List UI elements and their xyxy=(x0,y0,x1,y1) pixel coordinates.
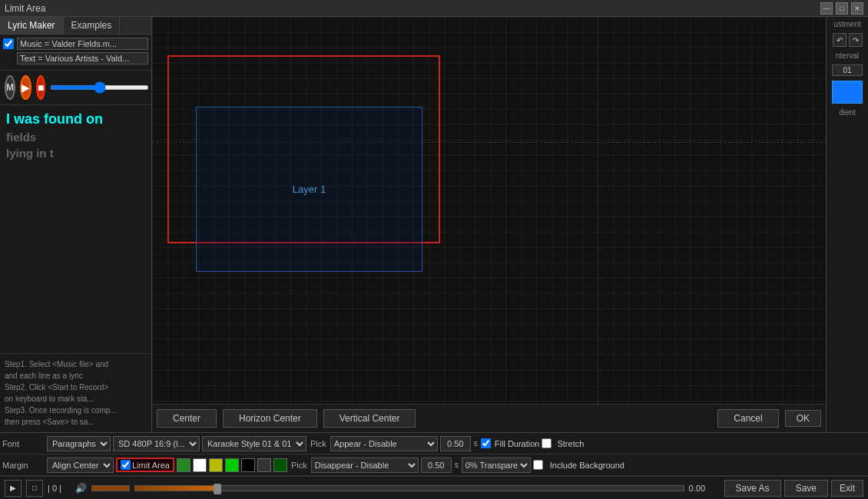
right-panel: ustment ↶ ↷ nterval dient xyxy=(826,17,868,432)
text-input[interactable] xyxy=(17,52,148,64)
center-button[interactable]: Center xyxy=(157,409,217,428)
step3: Step3. Once recording is comp... xyxy=(5,405,147,416)
step1b: and each line as a lyric xyxy=(5,370,147,382)
font-label: Font xyxy=(2,439,45,448)
right-label-interval: nterval xyxy=(836,51,859,60)
interval-input[interactable] xyxy=(832,64,863,76)
limit-area-container: Limit Area xyxy=(116,458,174,472)
right-label-gradient: dient xyxy=(839,108,856,117)
disappear-s-label: s xyxy=(455,461,459,469)
pick-label-1: Pick xyxy=(310,439,326,448)
center-bottom-buttons: Center Horizon Center Vertical Center Ca… xyxy=(152,404,826,432)
layer-label: Layer 1 xyxy=(293,183,326,195)
step3b: then press <Save> to sa... xyxy=(5,416,147,428)
pb-stop-button[interactable]: □ xyxy=(26,480,43,497)
tab-lyric-maker[interactable]: Lyric Maker xyxy=(0,17,64,34)
lyric-line-2: fields xyxy=(6,131,145,144)
lyrics-display: I was found on fields lying in t xyxy=(0,105,151,353)
progress-fill xyxy=(135,486,217,491)
volume-slider[interactable] xyxy=(50,85,149,90)
lyric-line-3: lying in t xyxy=(6,147,145,160)
margin-row: Margin Align Center Limit Area Pick Disa… xyxy=(0,454,868,476)
undo-button[interactable]: ↶ xyxy=(833,33,846,47)
text-field-row xyxy=(3,52,148,64)
limit-area-checkbox[interactable] xyxy=(121,460,131,470)
title-bar: Limit Area — □ ✕ xyxy=(0,0,868,17)
margin-label: Margin xyxy=(2,461,45,470)
m-button[interactable]: M xyxy=(5,75,15,100)
main-layout: Lyric Maker Examples M ▶ ■ xyxy=(0,17,868,432)
title-bar-controls: — □ ✕ xyxy=(820,2,863,15)
music-field-row xyxy=(3,38,148,50)
tab-examples[interactable]: Examples xyxy=(64,17,121,34)
volume-icon[interactable]: 🔊 xyxy=(75,483,87,494)
pb-play-button[interactable]: ▶ xyxy=(5,480,22,497)
redo-button[interactable]: ↷ xyxy=(849,33,863,47)
right-label-adjustment: ustment xyxy=(833,20,861,28)
v-dashed-line xyxy=(598,17,598,404)
app-container: Limit Area — □ ✕ Lyric Maker Examples xyxy=(0,0,868,499)
transparent-select[interactable]: 0% Transpare... xyxy=(462,458,531,473)
blue-bar[interactable] xyxy=(832,81,863,104)
appear-select[interactable]: Appear - Disable xyxy=(330,436,438,451)
pb-counter: | 0 | xyxy=(48,484,71,493)
stretch-label: Stretch xyxy=(557,439,584,448)
steps-area: Step1. Select <Music file> and and each … xyxy=(0,353,151,432)
color-swatch-greenalt[interactable] xyxy=(273,458,287,472)
cancel-button[interactable]: Cancel xyxy=(717,409,778,428)
center-area: Layer 1 Center Horizon Center Vertical C… xyxy=(152,17,826,432)
controls-row: M ▶ ■ xyxy=(0,71,151,105)
step2b: on keyboard to mark sta... xyxy=(5,393,147,405)
save-button[interactable]: Save xyxy=(784,480,828,497)
include-bg-label: Include Background xyxy=(550,461,624,470)
color-swatch-green[interactable] xyxy=(177,458,190,472)
limit-area-label: Limit Area xyxy=(132,461,170,470)
close-button[interactable]: ✕ xyxy=(851,2,863,15)
appear-value[interactable] xyxy=(440,436,471,451)
save-area: Save As Save Exit xyxy=(724,480,863,497)
left-panel: Lyric Maker Examples M ▶ ■ xyxy=(0,17,152,432)
align-select[interactable]: Align Center xyxy=(47,458,114,473)
step1: Step1. Select <Music file> and xyxy=(5,359,147,370)
font-row: Font Paragraphs SD 480P 16:9 (l... Karao… xyxy=(0,433,868,454)
color-swatch-black[interactable] xyxy=(241,458,255,472)
save-as-button[interactable]: Save As xyxy=(724,480,781,497)
exit-button[interactable]: Exit xyxy=(831,480,863,497)
sd-select[interactable]: SD 480P 16:9 (l... xyxy=(113,436,200,451)
minimize-button[interactable]: — xyxy=(820,2,833,15)
bottom-toolbar: Font Paragraphs SD 480P 16:9 (l... Karao… xyxy=(0,432,868,499)
fill-duration-checkbox[interactable] xyxy=(481,438,491,448)
vertical-center-button[interactable]: Vertical Center xyxy=(323,409,416,428)
step2: Step2. Click <Start to Record> xyxy=(5,382,147,393)
disappear-select[interactable]: Disappear - Disable xyxy=(311,458,419,473)
volume-bar[interactable] xyxy=(91,485,130,491)
color-swatch-darkgray[interactable] xyxy=(257,458,271,472)
pick-label-2: Pick xyxy=(291,461,307,470)
stretch-checkbox[interactable] xyxy=(542,438,552,448)
inner-box: Layer 1 xyxy=(196,107,422,272)
music-text-area xyxy=(0,35,151,71)
include-bg-checkbox[interactable] xyxy=(533,460,543,470)
horizon-center-button[interactable]: Horizon Center xyxy=(223,409,317,428)
progress-knob[interactable] xyxy=(214,484,221,494)
playback-bar: ▶ □ | 0 | 🔊 0.00 Save As Save Exit xyxy=(0,476,868,499)
limit-area-box[interactable]: Layer 1 xyxy=(167,55,440,243)
stop-button[interactable]: ■ xyxy=(36,75,45,100)
music-checkbox[interactable] xyxy=(3,38,14,49)
lyric-line-1: I was found on xyxy=(6,111,145,127)
maximize-button[interactable]: □ xyxy=(836,2,848,15)
color-swatch-lime[interactable] xyxy=(225,458,239,472)
music-input[interactable] xyxy=(17,38,148,50)
disappear-value[interactable] xyxy=(421,458,452,473)
color-swatch-white[interactable] xyxy=(193,458,207,472)
fill-duration-label: Fill Duration xyxy=(495,439,540,448)
left-panel-tabs: Lyric Maker Examples xyxy=(0,17,151,35)
progress-bar[interactable] xyxy=(134,485,684,491)
color-swatch-yellow[interactable] xyxy=(209,458,223,472)
play-button[interactable]: ▶ xyxy=(20,75,31,100)
grid-canvas: Layer 1 xyxy=(152,17,826,404)
title-bar-title: Limit Area xyxy=(5,3,820,14)
ok-button[interactable]: OK xyxy=(785,410,821,427)
karaoke-select[interactable]: Karaoke Style 01 & 01 xyxy=(202,436,306,451)
paragraphs-select[interactable]: Paragraphs xyxy=(47,436,111,451)
